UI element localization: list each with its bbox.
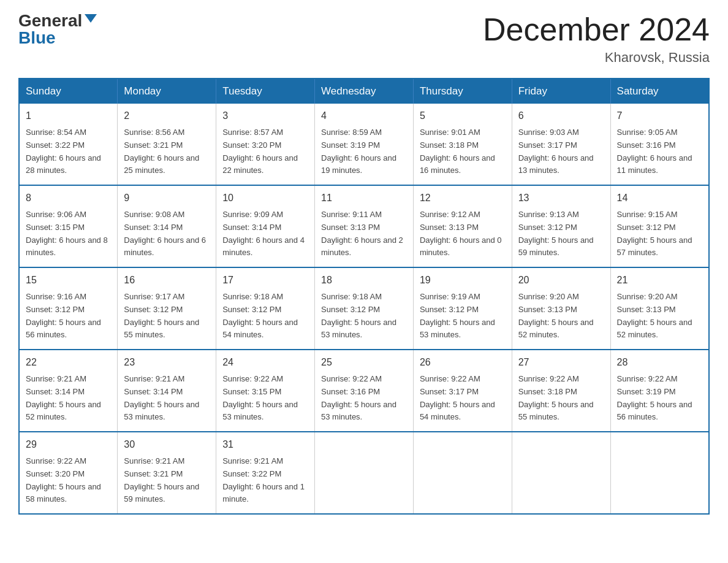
col-sunday: Sunday [19, 79, 118, 104]
day-number: 21 [617, 273, 702, 288]
day-number: 31 [222, 437, 308, 453]
day-number: 8 [26, 191, 111, 206]
day-number: 13 [518, 191, 604, 206]
table-row: 25Sunrise: 9:22 AMSunset: 3:16 PMDayligh… [315, 350, 414, 432]
calendar-week-5: 29Sunrise: 9:22 AMSunset: 3:20 PMDayligh… [19, 432, 709, 514]
table-row [413, 432, 512, 514]
table-row: 14Sunrise: 9:15 AMSunset: 3:12 PMDayligh… [610, 185, 709, 267]
day-number: 7 [617, 109, 702, 124]
table-row: 9Sunrise: 9:08 AMSunset: 3:14 PMDaylight… [118, 185, 216, 267]
day-info: Sunrise: 9:21 AMSunset: 3:14 PMDaylight:… [124, 373, 210, 424]
day-info: Sunrise: 9:11 AMSunset: 3:13 PMDaylight:… [321, 209, 407, 259]
col-friday: Friday [512, 79, 610, 104]
day-info: Sunrise: 9:08 AMSunset: 3:14 PMDaylight:… [124, 209, 210, 259]
day-number: 11 [321, 191, 407, 206]
day-number: 20 [518, 273, 604, 288]
day-number: 9 [124, 191, 210, 206]
day-info: Sunrise: 9:03 AMSunset: 3:17 PMDaylight:… [518, 126, 604, 177]
day-number: 5 [420, 109, 506, 124]
col-tuesday: Tuesday [216, 79, 315, 104]
table-row: 16Sunrise: 9:17 AMSunset: 3:12 PMDayligh… [118, 267, 216, 350]
day-info: Sunrise: 9:13 AMSunset: 3:12 PMDaylight:… [518, 209, 604, 259]
table-row [512, 432, 610, 514]
logo-general: General [18, 12, 82, 29]
day-number: 14 [617, 191, 702, 206]
day-number: 1 [26, 109, 111, 124]
day-number: 2 [124, 109, 210, 124]
calendar-week-4: 22Sunrise: 9:21 AMSunset: 3:14 PMDayligh… [19, 350, 709, 432]
table-row: 18Sunrise: 9:18 AMSunset: 3:12 PMDayligh… [315, 267, 414, 350]
day-info: Sunrise: 9:19 AMSunset: 3:12 PMDaylight:… [420, 291, 506, 342]
day-number: 6 [518, 109, 604, 124]
table-row: 21Sunrise: 9:20 AMSunset: 3:13 PMDayligh… [610, 267, 709, 350]
day-info: Sunrise: 9:22 AMSunset: 3:16 PMDaylight:… [321, 373, 407, 424]
table-row [315, 432, 414, 514]
day-info: Sunrise: 8:57 AMSunset: 3:20 PMDaylight:… [222, 126, 308, 177]
table-row: 12Sunrise: 9:12 AMSunset: 3:13 PMDayligh… [413, 185, 512, 267]
day-info: Sunrise: 8:59 AMSunset: 3:19 PMDaylight:… [321, 126, 407, 177]
day-number: 18 [321, 273, 407, 288]
table-row: 6Sunrise: 9:03 AMSunset: 3:17 PMDaylight… [512, 104, 610, 185]
logo-blue: Blue [18, 29, 56, 47]
table-row: 7Sunrise: 9:05 AMSunset: 3:16 PMDaylight… [610, 104, 709, 185]
day-number: 27 [518, 355, 604, 370]
day-info: Sunrise: 9:17 AMSunset: 3:12 PMDaylight:… [124, 291, 210, 342]
table-row [610, 432, 709, 514]
table-row: 4Sunrise: 8:59 AMSunset: 3:19 PMDaylight… [315, 104, 414, 185]
day-number: 15 [26, 273, 111, 288]
day-info: Sunrise: 9:20 AMSunset: 3:13 PMDaylight:… [617, 291, 702, 342]
table-row: 24Sunrise: 9:22 AMSunset: 3:15 PMDayligh… [216, 350, 315, 432]
day-info: Sunrise: 9:12 AMSunset: 3:13 PMDaylight:… [420, 209, 506, 259]
col-monday: Monday [118, 79, 216, 104]
table-row: 11Sunrise: 9:11 AMSunset: 3:13 PMDayligh… [315, 185, 414, 267]
table-row: 20Sunrise: 9:20 AMSunset: 3:13 PMDayligh… [512, 267, 610, 350]
page-header: General Blue December 2024 Kharovsk, Rus… [18, 12, 710, 66]
day-info: Sunrise: 9:18 AMSunset: 3:12 PMDaylight:… [222, 291, 308, 342]
day-number: 16 [124, 273, 210, 288]
calendar-week-1: 1Sunrise: 8:54 AMSunset: 3:22 PMDaylight… [19, 104, 709, 185]
table-row: 17Sunrise: 9:18 AMSunset: 3:12 PMDayligh… [216, 267, 315, 350]
day-info: Sunrise: 9:16 AMSunset: 3:12 PMDaylight:… [26, 291, 111, 342]
day-info: Sunrise: 9:22 AMSunset: 3:18 PMDaylight:… [518, 373, 604, 424]
calendar-header-row: Sunday Monday Tuesday Wednesday Thursday… [19, 79, 709, 104]
table-row: 26Sunrise: 9:22 AMSunset: 3:17 PMDayligh… [413, 350, 512, 432]
day-number: 17 [222, 273, 308, 288]
table-row: 5Sunrise: 9:01 AMSunset: 3:18 PMDaylight… [413, 104, 512, 185]
table-row: 8Sunrise: 9:06 AMSunset: 3:15 PMDaylight… [19, 185, 118, 267]
day-number: 26 [420, 355, 506, 370]
table-row: 30Sunrise: 9:21 AMSunset: 3:21 PMDayligh… [118, 432, 216, 514]
calendar-week-3: 15Sunrise: 9:16 AMSunset: 3:12 PMDayligh… [19, 267, 709, 350]
day-info: Sunrise: 8:56 AMSunset: 3:21 PMDaylight:… [124, 126, 210, 177]
col-thursday: Thursday [413, 79, 512, 104]
day-info: Sunrise: 9:15 AMSunset: 3:12 PMDaylight:… [617, 209, 702, 259]
day-info: Sunrise: 8:54 AMSunset: 3:22 PMDaylight:… [26, 126, 111, 177]
day-info: Sunrise: 9:18 AMSunset: 3:12 PMDaylight:… [321, 291, 407, 342]
title-block: December 2024 Kharovsk, Russia [483, 12, 710, 66]
day-number: 30 [124, 437, 210, 453]
table-row: 29Sunrise: 9:22 AMSunset: 3:20 PMDayligh… [19, 432, 118, 514]
day-number: 25 [321, 355, 407, 370]
day-info: Sunrise: 9:09 AMSunset: 3:14 PMDaylight:… [222, 209, 308, 259]
table-row: 13Sunrise: 9:13 AMSunset: 3:12 PMDayligh… [512, 185, 610, 267]
day-number: 28 [617, 355, 702, 370]
day-info: Sunrise: 9:21 AMSunset: 3:21 PMDaylight:… [124, 455, 210, 506]
day-number: 12 [420, 191, 506, 206]
table-row: 3Sunrise: 8:57 AMSunset: 3:20 PMDaylight… [216, 104, 315, 185]
day-info: Sunrise: 9:22 AMSunset: 3:20 PMDaylight:… [26, 455, 111, 506]
day-info: Sunrise: 9:22 AMSunset: 3:17 PMDaylight:… [420, 373, 506, 424]
day-number: 23 [124, 355, 210, 370]
table-row: 23Sunrise: 9:21 AMSunset: 3:14 PMDayligh… [118, 350, 216, 432]
col-saturday: Saturday [610, 79, 709, 104]
day-info: Sunrise: 9:05 AMSunset: 3:16 PMDaylight:… [617, 126, 702, 177]
table-row: 22Sunrise: 9:21 AMSunset: 3:14 PMDayligh… [19, 350, 118, 432]
day-info: Sunrise: 9:21 AMSunset: 3:14 PMDaylight:… [26, 373, 111, 424]
table-row: 19Sunrise: 9:19 AMSunset: 3:12 PMDayligh… [413, 267, 512, 350]
table-row: 2Sunrise: 8:56 AMSunset: 3:21 PMDaylight… [118, 104, 216, 185]
day-number: 29 [26, 437, 111, 453]
table-row: 10Sunrise: 9:09 AMSunset: 3:14 PMDayligh… [216, 185, 315, 267]
table-row: 31Sunrise: 9:21 AMSunset: 3:22 PMDayligh… [216, 432, 315, 514]
calendar-subtitle: Kharovsk, Russia [483, 50, 710, 66]
calendar-week-2: 8Sunrise: 9:06 AMSunset: 3:15 PMDaylight… [19, 185, 709, 267]
calendar-title: December 2024 [483, 12, 710, 47]
logo-triangle-icon [85, 14, 97, 23]
